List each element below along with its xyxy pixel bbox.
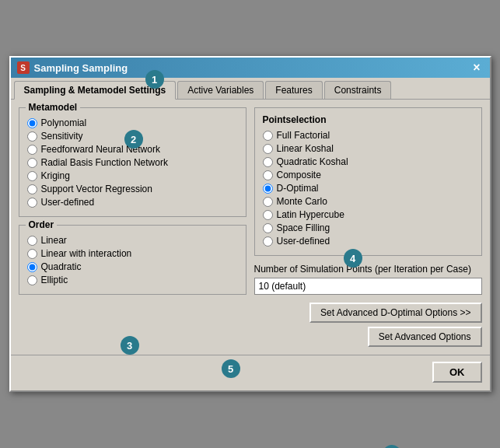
ps-space-filling[interactable]: Space Filling [263,222,474,233]
action-buttons: Set Advanced D-Optimal Options >> Set Ad… [254,303,482,347]
ps-quadratic-koshal[interactable]: Quadratic Koshal [263,156,474,167]
order-title: Order [26,219,58,230]
ps-monte-carlo[interactable]: Monte Carlo [263,196,474,207]
metamodel-svr[interactable]: Support Vector Regression [27,184,238,194]
pointselection-group: Pointselection Full Factorial Linear Kos… [254,107,482,256]
ps-user-defined[interactable]: User-defined [263,236,474,247]
order-options: Linear Linear with interaction Quadratic [27,235,238,285]
pointselection-title: Pointselection [263,114,474,125]
advanced-options-button[interactable]: Set Advanced Options [368,327,482,347]
metamodel-title: Metamodel [26,102,81,113]
callout-3: 3 [121,336,139,355]
tab-features[interactable]: Features [265,81,322,99]
tab-constraints[interactable]: Constraints [324,81,392,99]
metamodel-group: Metamodel Polynomial Sensitivity Feed [19,107,247,217]
metamodel-polynomial[interactable]: Polynomial [27,117,238,128]
title-bar-left: S Sampling Sampling [17,61,128,74]
metamodel-kriging[interactable]: Kriging [27,170,238,181]
app-icon: S [17,61,30,74]
simulation-input[interactable] [254,278,482,295]
simulation-points-section: Number of Simulation Points (per Iterati… [254,264,482,299]
title-bar: S Sampling Sampling × [11,58,490,78]
ps-d-optimal[interactable]: D-Optimal [263,183,474,194]
window-title: Sampling Sampling [34,62,128,74]
tab-bar: Sampling & Metamodel Settings Active Var… [11,78,490,100]
right-panel: Pointselection Full Factorial Linear Kos… [254,107,482,347]
footer: OK [11,355,490,390]
callout-5: 5 [222,359,240,378]
callout-2: 2 [124,130,143,149]
callout-4: 4 [344,249,362,268]
callout-6: 6 [383,445,401,448]
order-elliptic[interactable]: Elliptic [27,275,238,285]
ok-button[interactable]: OK [432,362,482,383]
ps-latin-hypercube[interactable]: Latin Hypercube [263,209,474,220]
ps-full-factorial[interactable]: Full Factorial [263,130,474,141]
ps-linear-koshal[interactable]: Linear Koshal [263,143,474,154]
order-linear-interaction[interactable]: Linear with interaction [27,248,238,259]
order-quadratic[interactable]: Quadratic [27,261,238,272]
main-content: Metamodel Polynomial Sensitivity Feed [11,100,490,355]
simulation-label: Number of Simulation Points (per Iterati… [254,264,482,275]
main-window: S Sampling Sampling × Sampling & Metamod… [9,56,491,392]
tab-active-variables[interactable]: Active Variables [177,81,264,99]
order-group: Order Linear Linear with interaction [19,225,247,295]
order-linear[interactable]: Linear [27,235,238,246]
close-button[interactable]: × [470,61,483,75]
metamodel-user-defined[interactable]: User-defined [27,197,238,208]
callout-1: 1 [145,70,164,89]
advanced-doptimal-button[interactable]: Set Advanced D-Optimal Options >> [309,303,481,323]
ps-composite[interactable]: Composite [263,170,474,180]
metamodel-rbf[interactable]: Radial Basis Function Network [27,157,238,168]
